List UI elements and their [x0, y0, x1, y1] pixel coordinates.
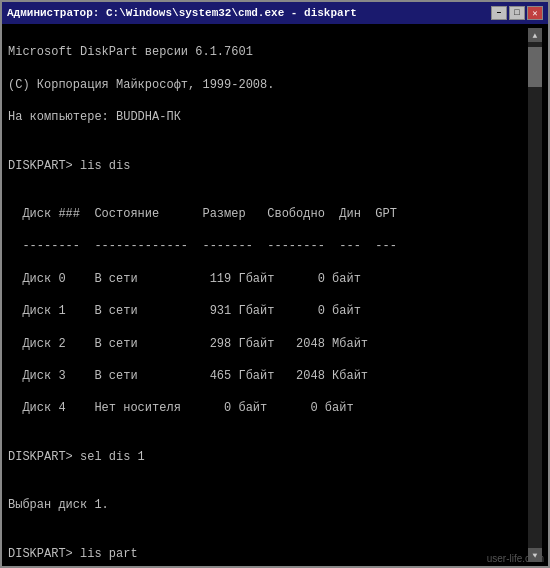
- disk-row-4: Диск 4 Нет носителя 0 байт 0 байт: [8, 400, 528, 416]
- line-2: (С) Корпорация Майкрософт, 1999-2008.: [8, 77, 528, 93]
- cmd-lis-part: DISKPART> lis part: [8, 546, 528, 562]
- sel-dis-result: Выбран диск 1.: [8, 497, 528, 513]
- close-button[interactable]: ✕: [527, 6, 543, 20]
- disk-row-0: Диск 0 В сети 119 Гбайт 0 байт: [8, 271, 528, 287]
- minimize-button[interactable]: –: [491, 6, 507, 20]
- cmd-sel-dis: DISKPART> sel dis 1: [8, 449, 528, 465]
- disk-row-3: Диск 3 В сети 465 Гбайт 2048 Кбайт: [8, 368, 528, 384]
- window-controls: – □ ✕: [491, 6, 543, 20]
- disk-row-1: Диск 1 В сети 931 Гбайт 0 байт: [8, 303, 528, 319]
- title-bar: Администратор: C:\Windows\system32\cmd.e…: [2, 2, 548, 24]
- scrollbar-track[interactable]: [528, 42, 542, 548]
- console-area: Microsoft DiskPart версии 6.1.7601 (С) К…: [2, 24, 548, 566]
- scrollbar-thumb[interactable]: [528, 47, 542, 87]
- disk-table-sep: -------- ------------- ------- -------- …: [8, 238, 528, 254]
- window-title: Администратор: C:\Windows\system32\cmd.e…: [7, 7, 357, 19]
- line-3: На компьютере: BUDDHA-ПК: [8, 109, 528, 125]
- scrollbar[interactable]: ▲ ▼: [528, 28, 542, 562]
- disk-row-2: Диск 2 В сети 298 Гбайт 2048 Мбайт: [8, 336, 528, 352]
- line-1: Microsoft DiskPart версии 6.1.7601: [8, 44, 528, 60]
- maximize-button[interactable]: □: [509, 6, 525, 20]
- line-cmd-lisdis: DISKPART> lis dis: [8, 158, 528, 174]
- cmd-window: Администратор: C:\Windows\system32\cmd.e…: [0, 0, 550, 568]
- console-content: Microsoft DiskPart версии 6.1.7601 (С) К…: [8, 28, 528, 562]
- watermark: user-life.com: [487, 553, 544, 564]
- scroll-up-button[interactable]: ▲: [528, 28, 542, 42]
- disk-table-header: Диск ### Состояние Размер Свободно Дин G…: [8, 206, 528, 222]
